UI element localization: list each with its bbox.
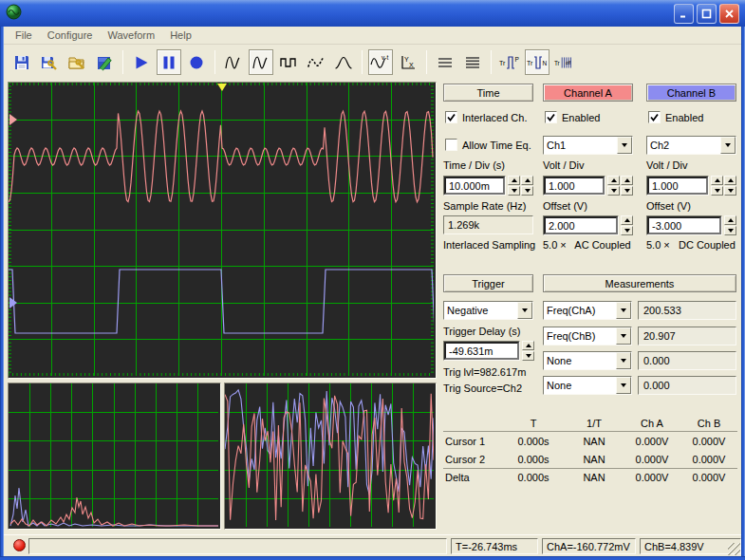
trigger-delay-input[interactable] — [444, 342, 519, 360]
spin-up-button[interactable] — [711, 176, 723, 185]
xy-mode-button[interactable]: Y X — [396, 49, 420, 75]
spin-up-button[interactable] — [724, 176, 736, 185]
sine-wave-button[interactable] — [221, 49, 246, 75]
fft-scope-display[interactable] — [8, 383, 221, 530]
save-button[interactable] — [9, 49, 34, 75]
spin-up-button[interactable] — [522, 341, 534, 350]
measurement-4-value: 0.000 — [638, 376, 736, 395]
menu-configure[interactable]: Configure — [40, 28, 101, 43]
dropdown-button[interactable] — [616, 377, 631, 394]
channel-a-volt-div-input[interactable] — [544, 177, 605, 195]
main-scope-display[interactable] — [8, 82, 437, 379]
measurement-2-source: Freq(ChB) — [544, 327, 616, 345]
title-bar[interactable] — [0, 0, 745, 27]
spin-down-button[interactable] — [621, 226, 633, 235]
interlaced-checkbox-row: Interlaced Ch. — [445, 111, 527, 123]
record-button[interactable] — [184, 49, 209, 75]
channel-b-enabled-label: Enabled — [665, 112, 703, 123]
close-button[interactable] — [719, 4, 739, 24]
maximize-button[interactable] — [697, 4, 717, 24]
channel-a-offset-label: Offset (V) — [543, 200, 587, 212]
dropdown-button[interactable] — [617, 137, 632, 154]
status-time-value: T=-26.743ms — [451, 538, 538, 554]
spin-up-button[interactable] — [607, 176, 620, 185]
square-wave-icon — [279, 53, 298, 72]
toolbar-separator — [426, 50, 427, 74]
status-chb-value: ChB=4.839V — [640, 538, 741, 554]
dropdown-button[interactable] — [517, 302, 532, 319]
trigger-positive-icon: Tr P — [498, 53, 521, 72]
trigger-mode-value: Negative — [444, 302, 517, 319]
spin-down-button[interactable] — [724, 226, 736, 235]
time-div-label: Time / Div (s) — [443, 159, 505, 171]
menu-help[interactable]: Help — [162, 28, 199, 43]
sine-icon — [224, 53, 243, 72]
measurement-2-select[interactable]: Freq(ChB) — [543, 327, 632, 345]
save-settings-button[interactable] — [37, 49, 62, 75]
sine-wave-2-button[interactable] — [249, 49, 273, 75]
spin-up-button[interactable] — [508, 176, 520, 185]
play-button[interactable] — [129, 49, 154, 75]
dropdown-button[interactable] — [720, 137, 736, 154]
spin-down-button[interactable] — [711, 186, 723, 196]
time-div-spinner — [508, 176, 533, 196]
channel-b-volt-div-input[interactable] — [647, 177, 708, 195]
single-display-button[interactable] — [433, 49, 457, 75]
channel-a-source-value: Ch1 — [544, 137, 617, 154]
measurement-4-select[interactable]: None — [543, 376, 632, 395]
channel-a-volt-div-label: Volt / Div — [543, 159, 584, 171]
dropdown-button[interactable] — [616, 352, 631, 369]
allow-time-eq-checkbox[interactable] — [445, 139, 457, 151]
trigger-negative-button[interactable]: Tr N — [525, 49, 549, 75]
channel-b-enabled-checkbox[interactable] — [648, 111, 661, 123]
trigger-off-button[interactable]: Tr off — [552, 49, 577, 75]
interlaced-sampling-text: Interlaced Sampling — [443, 239, 535, 251]
dropdown-button[interactable] — [616, 302, 631, 319]
spin-down-button[interactable] — [508, 186, 520, 196]
time-div-input[interactable] — [444, 177, 505, 195]
spin-up-button[interactable] — [621, 176, 633, 185]
measurement-1-value: 200.533 — [638, 301, 736, 320]
channel-b-offset-input[interactable] — [647, 216, 721, 234]
close-icon — [724, 9, 735, 19]
channel-a-enabled-checkbox[interactable] — [545, 111, 557, 123]
channel-a-offset-input[interactable] — [544, 216, 618, 234]
spin-up-button[interactable] — [521, 176, 533, 185]
spin-down-button[interactable] — [621, 186, 633, 196]
open-settings-button[interactable] — [65, 49, 89, 75]
measurement-3-select[interactable]: None — [543, 351, 632, 370]
spin-down-button[interactable] — [724, 186, 736, 196]
spin-down-button[interactable] — [522, 351, 534, 361]
spin-down-button[interactable] — [607, 186, 620, 196]
menu-waveform[interactable]: Waveform — [100, 28, 162, 43]
multi-display-button[interactable] — [460, 49, 485, 75]
square-wave-button[interactable] — [276, 49, 301, 75]
secondary-scope-display[interactable] — [224, 383, 437, 530]
svg-text:P: P — [515, 56, 519, 63]
check-icon — [547, 113, 555, 121]
channel-a-source-select[interactable]: Ch1 — [543, 136, 633, 155]
interlaced-checkbox[interactable] — [445, 111, 457, 123]
resize-grip[interactable] — [728, 543, 740, 555]
trigger-positive-button[interactable]: Tr P — [497, 49, 522, 75]
bell-wave-button[interactable] — [331, 49, 356, 75]
dotted-wave-button[interactable] — [304, 49, 328, 75]
export-button[interactable] — [92, 49, 117, 75]
measurement-1-select[interactable]: Freq(ChA) — [543, 301, 632, 320]
channel-b-coupling-text: 5.0 × DC Coupled — [646, 239, 736, 251]
delta-row: Delta 0.000s NAN 0.000V 0.000V — [443, 468, 737, 486]
status-bar: T=-26.743ms ChA=-160.772mV ChB=4.839V — [4, 534, 741, 556]
vt-mode-button[interactable]: v-t — [368, 49, 393, 75]
spin-down-button[interactable] — [521, 186, 533, 196]
spin-up-button[interactable] — [621, 215, 633, 225]
minimize-button[interactable] — [674, 4, 694, 24]
chevron-down-icon — [725, 143, 731, 147]
pause-button[interactable] — [157, 49, 181, 75]
allow-time-eq-row: Allow Time Eq. — [445, 139, 531, 151]
cursor-table: T 1/T Ch A Ch B Cursor 1 0.000s NAN 0.00… — [443, 416, 737, 486]
trigger-mode-select[interactable]: Negative — [443, 301, 533, 320]
channel-b-source-select[interactable]: Ch2 — [646, 136, 736, 155]
dropdown-button[interactable] — [616, 327, 631, 345]
menu-file[interactable]: File — [8, 28, 40, 43]
spin-up-button[interactable] — [724, 215, 736, 225]
